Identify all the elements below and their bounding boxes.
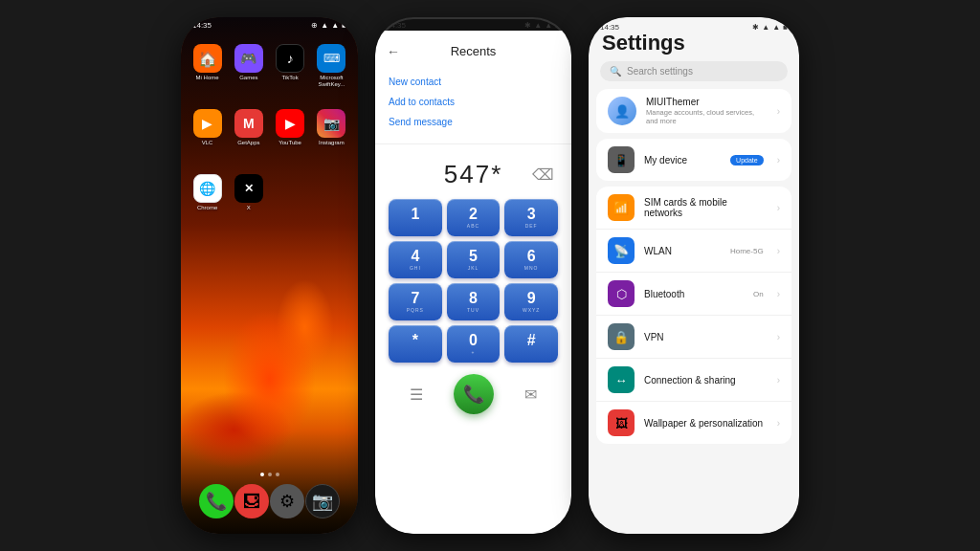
key-hash[interactable]: # xyxy=(504,325,558,363)
update-badge: Update xyxy=(730,155,764,165)
key-1[interactable]: 1 xyxy=(389,199,442,236)
call-button[interactable]: 📞 xyxy=(454,374,494,414)
app-grid-row3: 🌐 Chrome ✕ X xyxy=(181,168,358,217)
status-bar-dialer: 14:35 ✱ ▲ ▲ ■ xyxy=(375,17,571,32)
backspace-button[interactable]: ⌫ xyxy=(532,165,554,184)
settings-sim-item[interactable]: 📶 SIM cards & mobile networks › xyxy=(596,187,791,230)
settings-device-card: 📱 My device Update › xyxy=(596,139,791,181)
status-bar-home: 14:35 ⊕ ▲ ▲ ■ xyxy=(181,17,358,32)
settings-vpn-item[interactable]: 🔒 VPN › xyxy=(596,316,791,359)
status-time-settings: 14:35 xyxy=(600,23,619,32)
key-7[interactable]: 7PQRS xyxy=(389,283,442,320)
dial-display: 547* ⌫ xyxy=(375,150,571,195)
bluetooth-text: Bluetooth xyxy=(644,289,744,299)
key-star[interactable]: * xyxy=(389,325,442,363)
settings-wallpaper-item[interactable]: 🖼 Wallpaper & personalization › xyxy=(596,402,791,444)
chevron-right-icon-6: › xyxy=(777,332,780,342)
settings-wifi-icon: ▲ xyxy=(772,23,780,32)
settings-connection-item[interactable]: ↔ Connection & sharing › xyxy=(596,359,791,402)
app-tiktok[interactable]: ♪ TikTok xyxy=(274,44,307,88)
status-time: 14:35 xyxy=(192,21,212,30)
key-5[interactable]: 5JKL xyxy=(447,241,501,278)
dialer-wifi-icon: ▲ xyxy=(545,21,552,30)
wallpaper-icon-wrap: 🖼 xyxy=(608,409,635,436)
sim-label: SIM cards & mobile networks xyxy=(644,197,768,218)
dialer-signal-icon: ▲ xyxy=(534,21,542,30)
key-6[interactable]: 6MNO xyxy=(504,241,558,278)
vpn-icon: 🔒 xyxy=(613,330,629,344)
app-vlc[interactable]: ▶ VLC xyxy=(190,109,224,146)
settings-wlan-item[interactable]: 📡 WLAN Home-5G › xyxy=(596,230,791,273)
numpad: 1 2ABC 3DEF 4GHI 5JKL 6MNO 7PQRS 8TUV 9W… xyxy=(375,195,571,366)
settings-bluetooth-item[interactable]: ⬡ Bluetooth On › xyxy=(596,273,791,316)
key-0[interactable]: 0+ xyxy=(447,325,501,363)
app-getapps[interactable]: M GetApps xyxy=(232,109,265,146)
chevron-right-icon-4: › xyxy=(777,246,780,256)
dialer-bt-icon: ✱ xyxy=(524,21,531,30)
dialer-status-icons: ✱ ▲ ▲ ■ xyxy=(524,21,560,30)
phone-dialer: 14:35 ✱ ▲ ▲ ■ ← Recents New contact Add … xyxy=(375,17,571,534)
bluetooth-icon-wrap: ⬡ xyxy=(608,280,635,307)
dock-settings[interactable]: ⚙ xyxy=(270,484,304,518)
bluetooth-icon: ⊕ xyxy=(311,21,318,30)
wlan-label: WLAN xyxy=(644,246,721,256)
settings-user-item[interactable]: 👤 MIUIThemer Manage accounts, cloud serv… xyxy=(596,89,791,133)
dock: 📞 ⛾ ⚙ 📷 xyxy=(181,484,358,518)
settings-status-icons: ✱ ▲ ▲ ■ xyxy=(752,23,788,32)
app-games[interactable]: 🎮 Games xyxy=(232,44,265,88)
page-dots xyxy=(181,473,358,476)
search-input[interactable]: Search settings xyxy=(627,66,693,77)
chevron-right-icon-7: › xyxy=(777,375,780,386)
settings-mydevice-item[interactable]: 📱 My device Update › xyxy=(596,139,791,181)
dock-camera[interactable]: 📷 xyxy=(305,484,340,518)
username: MIUIThemer xyxy=(646,97,768,107)
chevron-right-icon-3: › xyxy=(777,203,780,213)
app-mihome[interactable]: 🏠 Mi Home xyxy=(190,44,224,88)
settings-screen: 14:35 ✱ ▲ ▲ ■ Settings 🔍 Search settings… xyxy=(589,17,799,534)
sim-icon-wrap: 📶 xyxy=(608,194,635,221)
dialer-battery-icon: ■ xyxy=(555,21,560,30)
bluetooth-label: Bluetooth xyxy=(644,289,744,299)
recents-links: New contact Add to contacts Send message xyxy=(375,62,571,138)
key-3[interactable]: 3DEF xyxy=(504,199,558,236)
phone-icon: 📞 xyxy=(206,491,227,512)
dialer-screen: 14:35 ✱ ▲ ▲ ■ ← Recents New contact Add … xyxy=(375,31,571,534)
new-contact-link[interactable]: New contact xyxy=(389,72,558,92)
send-message-link[interactable]: Send message xyxy=(389,112,558,132)
add-to-contacts-link[interactable]: Add to contacts xyxy=(389,92,558,112)
dialpad-icon[interactable]: ☰ xyxy=(410,386,423,404)
dot-3 xyxy=(276,473,279,476)
bluetooth-value: On xyxy=(753,290,764,298)
wlan-text: WLAN xyxy=(644,246,721,256)
app-grid-row1: 🏠 Mi Home 🎮 Games ♪ TikTok xyxy=(181,38,358,94)
back-button[interactable]: ← xyxy=(387,44,400,59)
key-9[interactable]: 9WXYZ xyxy=(504,283,558,320)
settings-icon: ⚙ xyxy=(279,491,295,512)
key-4[interactable]: 4GHI xyxy=(389,241,442,278)
app-chrome[interactable]: 🌐 Chrome xyxy=(190,174,224,211)
app-swiftkey[interactable]: ⌨ Microsoft SwiftKey... xyxy=(315,44,348,88)
dialer-bottom: ☰ 📞 ✉ xyxy=(375,366,571,422)
settings-main-card: 📶 SIM cards & mobile networks › 📡 WLAN xyxy=(596,187,791,444)
my-device-label: My device xyxy=(644,155,721,165)
dock-phone[interactable]: 📞 xyxy=(199,484,234,518)
search-bar[interactable]: 🔍 Search settings xyxy=(600,61,788,81)
app-youtube[interactable]: ▶ YouTube xyxy=(274,109,307,146)
divider xyxy=(375,143,571,144)
battery-icon: ■ xyxy=(342,21,346,30)
status-icons: ⊕ ▲ ▲ ■ xyxy=(311,21,346,30)
settings-bt-icon: ✱ xyxy=(752,23,759,32)
app-instagram[interactable]: 📷 Instagram xyxy=(315,109,348,146)
key-8[interactable]: 8TUV xyxy=(447,283,501,320)
my-device-text: My device xyxy=(644,155,721,165)
message-icon[interactable]: ✉ xyxy=(524,386,537,404)
key-2[interactable]: 2ABC xyxy=(447,199,501,236)
wallpaper-label: Wallpaper & personalization xyxy=(644,418,768,429)
app-x[interactable]: ✕ X xyxy=(232,174,265,211)
connection-label: Connection & sharing xyxy=(644,375,768,386)
connection-text: Connection & sharing xyxy=(644,375,768,386)
user-avatar-icon: 👤 xyxy=(614,104,630,119)
dock-security[interactable]: ⛾ xyxy=(234,484,269,518)
wallpaper-text: Wallpaper & personalization xyxy=(644,418,768,429)
sim-text: SIM cards & mobile networks xyxy=(644,197,768,218)
